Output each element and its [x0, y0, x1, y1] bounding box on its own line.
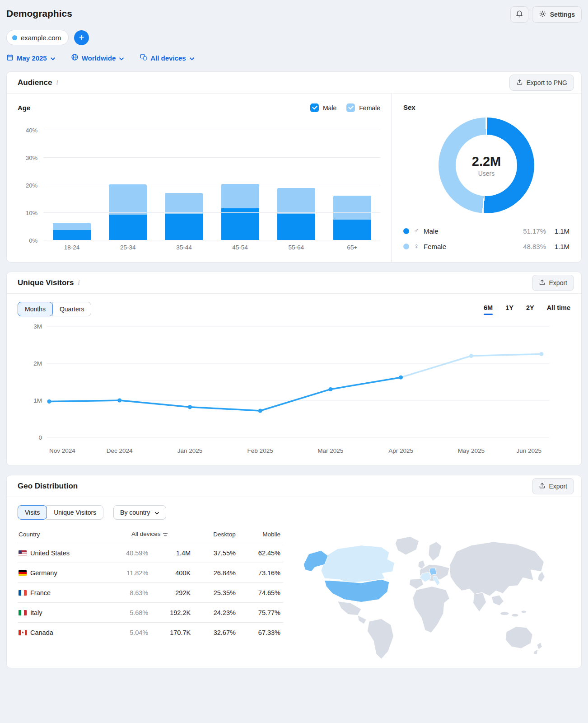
table-row: France8.63%292K25.35%74.65%: [18, 583, 283, 603]
filters-row: May 2025 Worldwide All devices: [6, 53, 582, 62]
map-usa: [325, 579, 389, 602]
months-toggle-button[interactable]: Months: [18, 302, 53, 316]
female-bar-segment: [165, 193, 203, 214]
devices-icon: [140, 53, 147, 62]
svg-text:2M: 2M: [33, 360, 42, 367]
chevron-down-icon: [189, 54, 195, 62]
svg-text:Jan 2025: Jan 2025: [177, 447, 203, 454]
col-header-all-devices[interactable]: All devices: [106, 526, 193, 543]
female-value: 1.1M: [546, 243, 569, 250]
checkbox-checked-icon: [310, 103, 319, 112]
col-header-desktop: Desktop: [193, 526, 238, 543]
by-country-dropdown[interactable]: By country: [113, 505, 166, 520]
female-dot-icon: [403, 244, 409, 249]
geo-metric-toggle: Visits Unique Visitors: [18, 505, 103, 520]
map-greenland: [395, 536, 419, 555]
country-name: Italy: [30, 609, 42, 616]
svg-text:Nov 2024: Nov 2024: [49, 447, 75, 454]
gear-icon: [539, 10, 546, 19]
project-dot-icon: [12, 35, 17, 40]
chevron-down-icon: [154, 509, 159, 516]
range-tab-all-time[interactable]: All time: [547, 304, 570, 314]
male-bar-segment: [277, 214, 315, 240]
unique-visitors-card: Unique Visitors i Export Months Quarters…: [6, 272, 582, 466]
export-icon: [516, 79, 523, 87]
ca-flag-icon: [19, 630, 27, 635]
settings-button[interactable]: Settings: [532, 6, 582, 23]
female-symbol-icon: ♀: [414, 242, 424, 250]
range-tab-1y[interactable]: 1Y: [505, 304, 513, 314]
visits-toggle-button[interactable]: Visits: [18, 505, 47, 520]
calendar-icon: [6, 54, 14, 62]
svg-text:0: 0: [38, 434, 42, 441]
female-bar-segment: [53, 223, 91, 230]
export-icon: [539, 482, 546, 490]
export-geo-button[interactable]: Export: [532, 478, 574, 494]
all-devices-share: 5.68%: [106, 603, 151, 623]
unique-visitors-toggle-button[interactable]: Unique Visitors: [47, 505, 103, 520]
map-canada: [321, 545, 395, 583]
mobile-share: 62.45%: [238, 543, 283, 563]
age-y-tick: 30%: [26, 155, 37, 161]
world-map: [283, 526, 570, 663]
svg-text:Mar 2025: Mar 2025: [317, 447, 343, 454]
map-germany: [429, 568, 436, 575]
export-visitors-button[interactable]: Export: [532, 275, 574, 291]
age-y-tick: 10%: [26, 210, 37, 216]
male-percent: 51.17%: [523, 227, 546, 235]
country-name: Canada: [30, 629, 53, 636]
de-flag-icon: [19, 570, 27, 576]
info-icon[interactable]: i: [78, 279, 79, 286]
all-devices-visits: 170.7K: [151, 623, 193, 643]
topbar: Demographics Settings: [6, 6, 582, 23]
geo-table: Country All devices Desktop Mobile Unite…: [18, 526, 283, 643]
age-y-axis: 0%10%20%30%40%: [18, 118, 44, 240]
geo-distribution-card: Geo Distribution Export Visits Unique Vi…: [6, 475, 582, 668]
female-bar-segment: [277, 188, 315, 214]
all-devices-visits: 192.2K: [151, 603, 193, 623]
donut-total-users: 2.2M: [472, 154, 501, 169]
mobile-share: 75.77%: [238, 603, 283, 623]
export-to-png-button[interactable]: Export to PNG: [509, 75, 574, 91]
range-tab-6m[interactable]: 6M: [484, 304, 493, 314]
age-y-tick: 20%: [26, 182, 37, 189]
checkbox-checked-icon: [346, 103, 355, 112]
age-y-tick: 40%: [26, 127, 37, 134]
fr-flag-icon: [19, 590, 27, 596]
add-competitor-button[interactable]: +: [74, 30, 89, 45]
table-row: Germany11.82%400K26.84%73.16%: [18, 563, 283, 583]
range-tab-2y[interactable]: 2Y: [526, 304, 534, 314]
svg-text:3M: 3M: [33, 323, 42, 330]
notifications-button[interactable]: [510, 6, 528, 23]
date-filter[interactable]: May 2025: [6, 54, 56, 62]
info-icon[interactable]: i: [56, 79, 58, 86]
legend-row-female: ♀ Female 48.83% 1.1M: [403, 239, 569, 254]
sex-legend: ♂ Male 51.17% 1.1M ♀ Female 48.83% 1.1M: [403, 223, 569, 254]
male-bar-segment: [53, 230, 91, 240]
date-filter-label: May 2025: [17, 54, 47, 62]
quarters-toggle-button[interactable]: Quarters: [52, 302, 91, 316]
region-filter-label: Worldwide: [82, 54, 116, 62]
project-domain: example.com: [21, 34, 61, 42]
table-row: Italy5.68%192.2K24.23%75.77%: [18, 603, 283, 623]
male-checkbox[interactable]: Male: [310, 103, 336, 112]
project-pill[interactable]: example.com: [6, 30, 69, 45]
desktop-share: 26.84%: [193, 563, 238, 583]
all-devices-share: 8.63%: [106, 583, 151, 603]
region-filter[interactable]: Worldwide: [71, 53, 125, 62]
devices-filter[interactable]: All devices: [140, 53, 194, 62]
it-flag-icon: [19, 610, 27, 615]
male-dot-icon: [403, 228, 409, 234]
all-devices-share: 11.82%: [106, 563, 151, 583]
map-asia: [449, 542, 544, 596]
map-south-america: [367, 619, 393, 659]
audience-card: Audience i Export to PNG Age Male: [6, 71, 582, 263]
female-checkbox[interactable]: Female: [346, 103, 380, 112]
desktop-share: 37.55%: [193, 543, 238, 563]
male-value: 1.1M: [546, 227, 569, 235]
table-row: Canada5.04%170.7K32.67%67.33%: [18, 623, 283, 643]
map-africa: [413, 587, 449, 633]
male-bar-segment: [221, 208, 259, 240]
chevron-down-icon: [119, 54, 124, 62]
female-bar-segment: [333, 196, 371, 220]
